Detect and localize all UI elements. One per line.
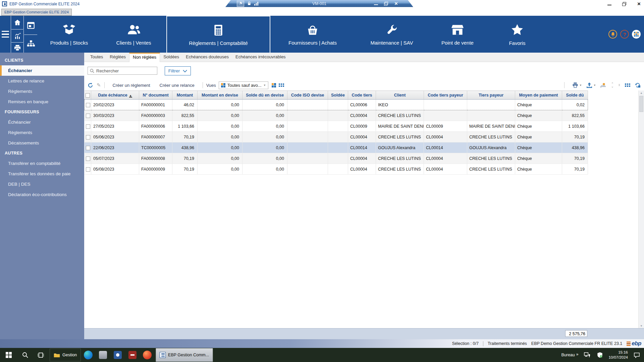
column-header-solde-du[interactable]: Solde dû bbox=[562, 91, 588, 100]
notifications-button[interactable] bbox=[608, 30, 617, 39]
taskbar-explorer-window[interactable]: Gestion bbox=[50, 349, 81, 361]
columns-button[interactable] bbox=[625, 83, 630, 87]
taskbar-app-4[interactable] bbox=[125, 348, 140, 362]
column-header-code-tiers[interactable]: Code tiers bbox=[348, 91, 376, 100]
export-button[interactable]: ▼ bbox=[586, 82, 596, 88]
sitemap-button[interactable] bbox=[24, 35, 37, 53]
row-checkbox[interactable] bbox=[86, 146, 90, 150]
print-button[interactable] bbox=[11, 43, 24, 53]
taskbar-active-app-ebp[interactable]: EBP Gestion Comm... bbox=[156, 348, 213, 362]
row-checkbox[interactable] bbox=[86, 167, 90, 172]
print-list-button[interactable]: ▼ bbox=[572, 82, 582, 88]
ribbon-tab-reglements-comptabilite[interactable]: Règlements | Comptabilité bbox=[166, 16, 270, 53]
column-header-montant-devise[interactable]: Montant en devise bbox=[198, 91, 243, 100]
sidebar-item-echeancier-clients[interactable]: Échéancier bbox=[0, 65, 84, 76]
app-tab[interactable]: EBP Gestion Commerciale ELITE 2024 bbox=[1, 9, 72, 16]
table-row[interactable]: 05/08/2023FA0000000970,190,000,00CL00004… bbox=[85, 164, 588, 175]
filter-tab-echeances-irrecouvrables[interactable]: Echéances irrécouvrables bbox=[232, 53, 289, 62]
start-button[interactable] bbox=[0, 348, 17, 362]
table-row[interactable]: 30/03/2023FA00000003822,550,000,00CL0000… bbox=[85, 110, 588, 121]
table-row[interactable]: 22/06/2023TC00000005438,960,000,00CL0001… bbox=[85, 142, 588, 153]
calendar-button[interactable] bbox=[24, 16, 37, 35]
taskbar-search-button[interactable] bbox=[17, 348, 33, 362]
sidebar-item-reglements-fournisseurs[interactable]: Règlements bbox=[0, 127, 84, 138]
sidebar-item-declaration-eco-contributions[interactable]: Déclaration éco-contributions bbox=[0, 189, 84, 200]
column-header-soldee[interactable]: Soldée bbox=[328, 91, 348, 100]
taskbar-app-edge[interactable] bbox=[81, 348, 96, 362]
task-view-button[interactable] bbox=[33, 348, 48, 362]
vertical-scrollbar[interactable]: ▲ ▼ bbox=[638, 90, 644, 328]
menu-button[interactable] bbox=[0, 16, 11, 53]
row-checkbox[interactable] bbox=[86, 135, 90, 139]
filter-tab-toutes[interactable]: Toutes bbox=[87, 53, 106, 62]
taskbar-app-3[interactable] bbox=[110, 348, 125, 362]
views-dropdown[interactable]: Toutes sauf avo... ▼ bbox=[219, 81, 268, 89]
sidebar-item-transferer-comptabilite[interactable]: Transférer en comptabilité bbox=[0, 158, 84, 169]
user-cloud-button[interactable] bbox=[600, 82, 607, 88]
vm-minimize-button[interactable] bbox=[374, 1, 378, 6]
edit-button[interactable]: ✎ bbox=[97, 82, 101, 88]
scrollbar-thumb[interactable] bbox=[639, 96, 643, 112]
sidebar-item-lettres-de-relance[interactable]: Lettres de relance bbox=[0, 76, 84, 86]
action-center-icon[interactable] bbox=[633, 351, 641, 359]
column-header-date-echeance[interactable]: Date échéance▲ bbox=[91, 91, 139, 100]
close-button[interactable]: × bbox=[637, 2, 641, 6]
sidebar-item-echeancier-fournisseurs[interactable]: Échéancier bbox=[0, 117, 84, 127]
ribbon-tab-produits-stocks[interactable]: Produits | Stocks bbox=[37, 16, 101, 53]
ribbon-tab-clients-ventes[interactable]: Clients | Ventes bbox=[101, 16, 166, 53]
select-all-checkbox[interactable] bbox=[85, 91, 91, 100]
filter-button[interactable]: Filtrer bbox=[165, 66, 191, 75]
desktop-toolbar[interactable]: Bureau » bbox=[561, 353, 578, 357]
view-layout-button-1[interactable] bbox=[272, 83, 276, 87]
column-header-client[interactable]: Client bbox=[376, 91, 424, 100]
row-checkbox[interactable] bbox=[86, 157, 90, 161]
column-header-no-document[interactable]: N° document bbox=[139, 91, 172, 100]
apps-launcher-button[interactable] bbox=[632, 30, 641, 39]
restore-button[interactable] bbox=[622, 2, 627, 6]
column-header-code-iso-devise[interactable]: Code ISO devise bbox=[287, 91, 328, 100]
filter-tab-reglees[interactable]: Réglées bbox=[106, 53, 129, 62]
table-row[interactable]: 05/07/2023FA0000000870,190,000,00CL00004… bbox=[85, 153, 588, 164]
sidebar-item-decaissements[interactable]: Décaissements bbox=[0, 138, 84, 148]
vm-restore-button[interactable] bbox=[384, 1, 388, 6]
table-row[interactable]: 05/06/2023FA0000000770,190,000,00CL00004… bbox=[85, 132, 588, 142]
create-reminder-button[interactable]: Créer une relance bbox=[155, 83, 199, 88]
create-payment-button[interactable]: Créer un règlement bbox=[108, 83, 155, 88]
filter-tab-echeances-douteuses[interactable]: Echéances douteuses bbox=[182, 53, 232, 62]
row-checkbox[interactable] bbox=[86, 124, 90, 129]
reset-view-button[interactable] bbox=[635, 82, 641, 88]
column-header-tiers-payeur[interactable]: Tiers payeur bbox=[467, 91, 515, 100]
column-header-solde-du-devise[interactable]: Solde dû en devise bbox=[243, 91, 287, 100]
network-tray-icon[interactable] bbox=[583, 351, 591, 359]
sidebar-item-remises-en-banque[interactable]: Remises en banque bbox=[0, 97, 84, 107]
security-tray-icon[interactable] bbox=[596, 351, 604, 359]
ribbon-tab-maintenance-sav[interactable]: Maintenance | SAV bbox=[355, 16, 429, 53]
refresh-button[interactable] bbox=[88, 82, 93, 88]
sidebar-item-transferer-donnees-paie[interactable]: Transférer les données de paie bbox=[0, 169, 84, 179]
filter-tab-soldees[interactable]: Soldées bbox=[160, 53, 182, 62]
sidebar-item-reglements-clients[interactable]: Règlements bbox=[0, 86, 84, 97]
sidebar-item-deb-des[interactable]: DEB | DES bbox=[0, 179, 84, 189]
toolbar-overflow-icon[interactable]: » bbox=[576, 353, 579, 356]
ribbon-tab-point-de-vente[interactable]: Point de vente bbox=[429, 16, 486, 53]
scroll-up-icon[interactable]: ▲ bbox=[639, 92, 644, 95]
collapse-rows-button[interactable]: ⌄⌃ bbox=[618, 83, 621, 88]
filter-tab-non-reglees[interactable]: Non réglées bbox=[129, 53, 160, 62]
row-checkbox[interactable] bbox=[86, 114, 90, 118]
view-layout-button-2[interactable] bbox=[279, 83, 284, 87]
statistics-button[interactable] bbox=[11, 30, 24, 43]
column-header-code-tiers-payeur[interactable]: Code tiers payeur bbox=[424, 91, 467, 100]
minimize-button[interactable] bbox=[607, 2, 612, 6]
help-button[interactable]: ? bbox=[620, 30, 629, 39]
search-input[interactable]: Rechercher bbox=[88, 67, 157, 75]
column-header-montant[interactable]: Montant bbox=[172, 91, 198, 100]
vm-close-button[interactable]: × bbox=[394, 1, 398, 6]
expand-rows-button[interactable]: ⌃⌄ bbox=[611, 83, 614, 88]
taskbar-app-5[interactable] bbox=[140, 348, 155, 362]
ribbon-tab-fournisseurs-achats[interactable]: Fournisseurs | Achats bbox=[270, 16, 355, 53]
scroll-down-icon[interactable]: ▼ bbox=[639, 324, 644, 327]
row-checkbox[interactable] bbox=[86, 103, 90, 107]
taskbar-app-2[interactable] bbox=[96, 348, 110, 362]
table-row[interactable]: 20/02/2023FA0000000146,020,000,00CL00006… bbox=[85, 100, 588, 110]
table-row[interactable]: 27/05/2023FA000000061 103,660,000,00CL00… bbox=[85, 121, 588, 132]
